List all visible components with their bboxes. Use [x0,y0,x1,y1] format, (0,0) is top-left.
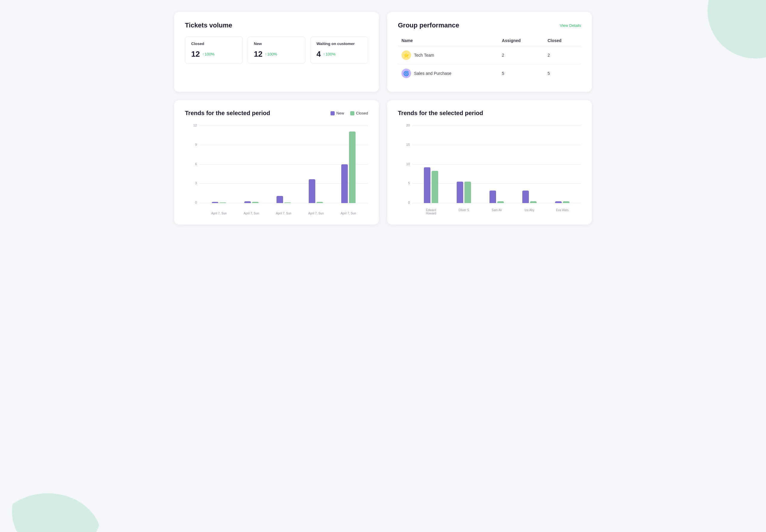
bar-new [277,196,283,203]
bar-group [341,132,356,203]
bar-closed [464,182,471,203]
trends-left-legend: New Closed [331,111,368,115]
metric-closed-arrow: ↑ [202,52,204,56]
bar-group [244,201,259,203]
tickets-volume-card: Tickets volume Closed 12 ↑ 100% New 12 ↑ [174,12,379,92]
metric-waiting-arrow: ↑ [323,52,325,56]
table-row: 🌀 Sales and Purchase 5 5 [398,64,581,83]
bar-group [277,196,291,203]
bar-group-inner [555,201,569,203]
metric-closed-value-row: 12 ↑ 100% [191,50,237,59]
bar-new [212,202,218,203]
bar-new [309,179,315,203]
legend-closed: Closed [350,111,368,115]
assigned-cell: 5 [498,64,544,83]
team-cell: 🌀 Sales and Purchase [401,69,495,78]
bar-new [555,201,562,203]
team-name-cell: ⭐ Tech Team [398,46,498,64]
metric-new-value: 12 [254,50,262,59]
metric-waiting-value: 4 [316,50,321,59]
tickets-volume-title: Tickets volume [185,21,368,29]
metric-waiting-change: ↑ 100% [323,52,335,56]
x-axis-label: April 7, Sun [307,212,325,215]
bar-new [489,191,496,203]
metric-new-arrow: ↑ [265,52,267,56]
y-axis-label: 0 [399,201,410,204]
legend-new-dot [331,111,335,115]
metric-new: New 12 ↑ 100% [248,36,305,64]
bar-group [424,167,438,203]
trends-left-chart-container: 129630 April 7, SunApril 7, SunApril 7, … [185,126,368,215]
bar-group-inner [522,191,537,203]
bar-group-inner [212,202,226,203]
metric-waiting: Waiting on customer 4 ↑ 100% [310,36,368,64]
metric-new-pct: 100% [267,52,277,56]
x-axis-label: April 7, Sun [210,212,228,215]
bar-group-inner [244,201,259,203]
bar-new [457,182,463,203]
bar-new [522,191,529,203]
y-axis-label: 15 [399,143,410,146]
x-axis-label: Edward Howard [422,208,440,215]
bar-group [522,191,537,203]
y-axis-label: 9 [186,143,197,146]
bar-new [424,167,430,203]
bar-group [489,191,504,203]
y-axis-label: 10 [399,162,410,166]
bar-group [309,179,323,203]
legend-new-label: New [336,111,344,115]
decorative-circle-bottom [12,466,101,532]
dashboard: Tickets volume Closed 12 ↑ 100% New 12 ↑ [174,12,592,225]
bar-group-inner [277,196,291,203]
closed-cell: 2 [544,46,581,64]
trends-left-header: Trends for the selected period New Close… [185,110,368,118]
bar-closed [497,201,504,203]
group-performance-card: Group performance View Details Name Assi… [387,12,592,92]
x-axis-label: April 7, Sun [275,212,293,215]
trends-right-chart-container: 20151050 Edward HowardOliver SSam AliIza… [398,126,581,215]
bar-closed [349,132,356,203]
view-details-link[interactable]: View Details [560,23,581,28]
metric-closed: Closed 12 ↑ 100% [185,36,243,64]
bar-group [457,182,471,203]
team-name: Tech Team [414,53,434,58]
team-name-cell: 🌀 Sales and Purchase [398,64,498,83]
trends-left-x-labels: April 7, SunApril 7, SunApril 7, SunApri… [199,212,368,215]
metric-closed-value: 12 [191,50,200,59]
metric-waiting-value-row: 4 ↑ 100% [316,50,362,59]
trends-left-card: Trends for the selected period New Close… [174,100,379,225]
x-axis-label: Oliver S [455,208,473,215]
assigned-cell: 2 [498,46,544,64]
bar-closed [220,202,226,203]
bar-group-inner [341,132,356,203]
team-name: Sales and Purchase [414,71,451,76]
bar-closed [252,202,259,203]
bar-group [212,202,226,203]
trends-right-bars [412,126,581,203]
closed-cell: 5 [544,64,581,83]
metric-new-label: New [254,41,299,46]
col-closed: Closed [544,35,581,46]
bar-group-inner [457,182,471,203]
metric-closed-pct: 100% [205,52,214,56]
bar-closed [316,202,323,203]
col-name: Name [398,35,498,46]
legend-closed-dot [350,111,354,115]
group-performance-title: Group performance [398,21,459,29]
team-avatar: 🌀 [401,69,411,78]
metric-new-value-row: 12 ↑ 100% [254,50,299,59]
bar-closed [563,201,569,203]
bar-group-inner [424,167,438,203]
x-axis-label: Sam Ali [488,208,506,215]
team-cell: ⭐ Tech Team [401,50,495,60]
bar-group-inner [489,191,504,203]
bar-closed [432,171,438,203]
y-axis-label: 6 [186,162,197,166]
y-axis-label: 12 [186,123,197,127]
metric-waiting-label: Waiting on customer [316,41,362,46]
team-avatar: ⭐ [401,50,411,60]
bar-group [555,201,569,203]
trends-left-title: Trends for the selected period [185,110,270,117]
metric-closed-label: Closed [191,41,237,46]
legend-closed-label: Closed [356,111,368,115]
